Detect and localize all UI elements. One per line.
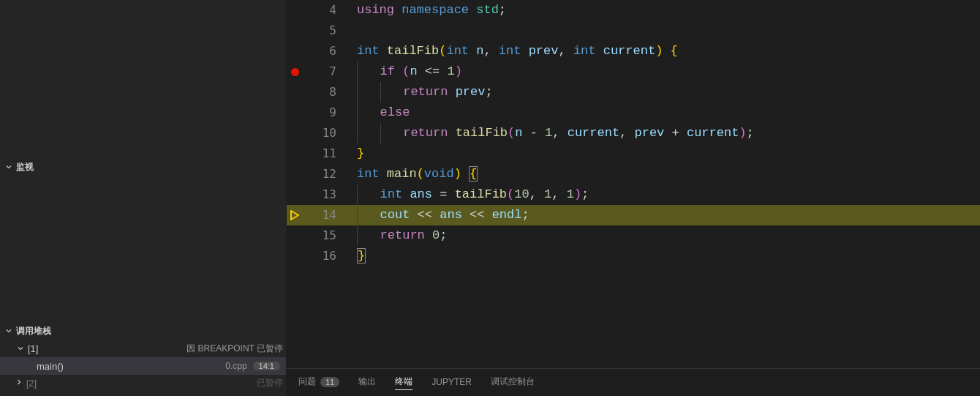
code-line[interactable]: 11 } bbox=[287, 143, 980, 164]
chevron-down-icon bbox=[15, 343, 26, 354]
line-number: 8 bbox=[329, 82, 336, 102]
chevron-down-icon bbox=[3, 161, 15, 173]
line-number: 5 bbox=[329, 20, 336, 41]
line-number: 16 bbox=[323, 246, 336, 266]
line-number: 11 bbox=[323, 143, 336, 164]
chevron-down-icon bbox=[3, 325, 15, 337]
code-editor[interactable]: 4 using namespace std; 5 6 int tailFib(i… bbox=[287, 0, 980, 368]
chevron-right-icon bbox=[15, 378, 26, 389]
editor-area: 4 using namespace std; 5 6 int tailFib(i… bbox=[287, 0, 980, 396]
callstack-label: 调用堆栈 bbox=[16, 325, 51, 337]
bottom-panel-tabs: 问题 11 输出 终端 JUPYTER 调试控制台 bbox=[287, 368, 980, 396]
code-line[interactable]: 4 using namespace std; bbox=[287, 0, 980, 20]
code-line[interactable]: 16 } bbox=[287, 246, 980, 266]
thread-status: 因 BREAKPOINT 已暂停 bbox=[186, 343, 283, 355]
tab-jupyter[interactable]: JUPYTER bbox=[431, 377, 472, 389]
watch-label: 监视 bbox=[16, 161, 34, 173]
callstack-section-header[interactable]: 调用堆栈 bbox=[0, 322, 286, 340]
tab-label: 终端 bbox=[395, 376, 412, 388]
line-number: 9 bbox=[329, 102, 336, 123]
tab-debug-console[interactable]: 调试控制台 bbox=[491, 376, 535, 389]
thread-status: 已暂停 bbox=[257, 377, 283, 389]
code-line[interactable]: 6 int tailFib(int n, int prev, int curre… bbox=[287, 41, 980, 61]
line-number: 7 bbox=[329, 61, 336, 82]
code-line[interactable]: 13 int ans = tailFib(10, 1, 1); bbox=[287, 184, 980, 205]
line-number: 4 bbox=[329, 0, 336, 20]
code-line[interactable]: 9 else bbox=[287, 102, 980, 123]
code-line[interactable]: 7 if (n <= 1) bbox=[287, 61, 980, 82]
frame-function: main() bbox=[37, 361, 64, 372]
code-line[interactable]: 15 return 0; bbox=[287, 225, 980, 246]
code-line[interactable]: 5 bbox=[287, 20, 980, 41]
tab-label: 问题 bbox=[298, 376, 316, 388]
line-number: 14 bbox=[323, 205, 336, 225]
callstack-body: [1] 因 BREAKPOINT 已暂停 main() 0.cpp 14:1 [… bbox=[0, 340, 286, 396]
thread-name: [1] bbox=[28, 343, 38, 354]
line-number: 6 bbox=[329, 41, 336, 61]
tab-label: JUPYTER bbox=[431, 377, 472, 387]
tab-label: 输出 bbox=[358, 376, 376, 388]
stack-frame[interactable]: main() 0.cpp 14:1 bbox=[0, 357, 286, 375]
line-number: 10 bbox=[323, 123, 336, 143]
tab-terminal[interactable]: 终端 bbox=[395, 376, 412, 390]
frame-file: 0.cpp bbox=[225, 361, 246, 371]
watch-section-header[interactable]: 监视 bbox=[0, 158, 286, 176]
sidebar-upper-placeholder bbox=[0, 0, 286, 158]
thread-row[interactable]: [1] 因 BREAKPOINT 已暂停 bbox=[0, 340, 286, 357]
code-line[interactable]: 8 return prev; bbox=[287, 82, 980, 102]
tab-output[interactable]: 输出 bbox=[358, 376, 376, 389]
problems-count-badge: 11 bbox=[320, 377, 339, 387]
line-number: 12 bbox=[323, 164, 336, 184]
thread-row[interactable]: [2] 已暂停 bbox=[0, 375, 286, 391]
breakpoint-icon[interactable] bbox=[287, 68, 303, 76]
watch-body bbox=[0, 176, 286, 322]
line-number: 13 bbox=[323, 184, 336, 205]
tab-label: 调试控制台 bbox=[491, 376, 535, 388]
code-line[interactable]: 12 int main(void) { bbox=[287, 164, 980, 184]
debug-sidebar: 监视 调用堆栈 [1] 因 BREAKPOINT 已暂停 main() 0.cp… bbox=[0, 0, 287, 396]
code-line-current[interactable]: 14 cout << ans << endl; bbox=[287, 205, 980, 225]
thread-name: [2] bbox=[26, 378, 37, 389]
line-number: 15 bbox=[323, 225, 336, 246]
code-line[interactable]: 10 return tailFib(n - 1, current, prev +… bbox=[287, 123, 980, 143]
tab-problems[interactable]: 问题 11 bbox=[298, 376, 339, 389]
frame-position: 14:1 bbox=[253, 362, 280, 370]
current-execution-icon bbox=[287, 209, 303, 221]
